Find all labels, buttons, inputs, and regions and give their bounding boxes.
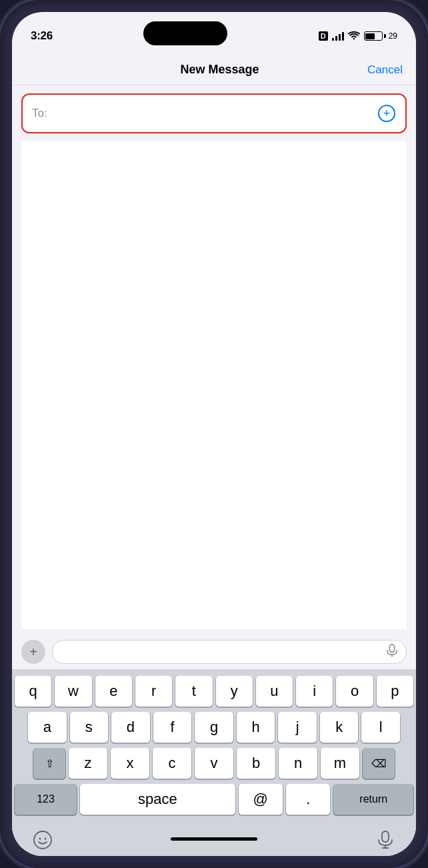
key-s[interactable]: s (70, 712, 109, 743)
key-n[interactable]: n (279, 748, 317, 779)
status-icons: D 29 (318, 31, 397, 41)
add-contact-icon: + (378, 105, 395, 122)
key-i[interactable]: i (296, 676, 333, 707)
svg-point-2 (34, 831, 51, 849)
key-k[interactable]: k (320, 712, 359, 743)
key-t[interactable]: t (175, 676, 212, 707)
wifi-icon (348, 31, 360, 41)
key-b[interactable]: b (237, 748, 275, 779)
key-j[interactable]: j (278, 712, 317, 743)
dynamic-island (143, 21, 227, 45)
status-time: 3:26 (31, 29, 53, 43)
attachments-button[interactable]: + (21, 640, 45, 664)
key-h[interactable]: h (237, 712, 275, 743)
key-v[interactable]: v (195, 748, 233, 779)
mic-icon (386, 644, 398, 660)
phone-frame: 3:26 D (0, 0, 428, 868)
key-x[interactable]: x (111, 748, 149, 779)
key-l[interactable]: l (361, 712, 400, 743)
key-p[interactable]: p (377, 676, 413, 707)
numbers-key[interactable]: 123 (15, 784, 77, 815)
bottom-bar (12, 823, 416, 856)
add-contact-button[interactable]: + (377, 104, 396, 123)
svg-rect-5 (382, 831, 389, 842)
data-icon: D (319, 31, 328, 41)
delete-key[interactable]: ⌫ (363, 748, 395, 779)
key-q[interactable]: q (15, 676, 51, 707)
keyboard: q w e r t y u i o p a s d f g (12, 669, 416, 823)
key-c[interactable]: c (153, 748, 191, 779)
space-key[interactable]: space (80, 784, 235, 815)
message-text-field[interactable] (52, 640, 407, 664)
key-o[interactable]: o (336, 676, 373, 707)
period-key[interactable]: . (286, 784, 330, 815)
key-e[interactable]: e (95, 676, 132, 707)
status-bar: 3:26 D (12, 12, 416, 55)
battery-level: 29 (389, 31, 397, 41)
home-indicator (171, 837, 257, 841)
key-a[interactable]: a (28, 712, 67, 743)
key-m[interactable]: m (321, 748, 359, 779)
return-key[interactable]: return (333, 784, 413, 815)
key-g[interactable]: g (195, 712, 233, 743)
cancel-button[interactable]: Cancel (367, 63, 403, 77)
keyboard-row-4: 123 space @ . return (15, 784, 413, 815)
key-r[interactable]: r (135, 676, 172, 707)
keyboard-row-3: ⇧ z x c v b n m ⌫ (15, 748, 413, 779)
key-y[interactable]: y (216, 676, 253, 707)
shift-key[interactable]: ⇧ (33, 748, 65, 779)
message-input-area: + (12, 634, 416, 669)
emoji-button[interactable] (31, 828, 55, 852)
to-field-container[interactable]: To: + (21, 93, 407, 133)
nav-header: New Message Cancel (12, 55, 416, 85)
message-body-area (21, 141, 407, 629)
key-u[interactable]: u (256, 676, 293, 707)
svg-rect-0 (389, 644, 394, 653)
key-w[interactable]: w (55, 676, 91, 707)
phone-screen: 3:26 D (12, 12, 416, 856)
svg-point-3 (39, 838, 41, 840)
to-label: To: (32, 107, 47, 120)
svg-point-4 (45, 838, 47, 840)
mic-button[interactable] (373, 828, 397, 852)
keyboard-row-2: a s d f g h j k l (15, 712, 413, 743)
battery-icon: 29 (364, 31, 397, 41)
compose-title: New Message (181, 63, 259, 77)
signal-bars-icon (332, 31, 344, 41)
key-d[interactable]: d (111, 712, 150, 743)
key-f[interactable]: f (153, 712, 192, 743)
keyboard-row-1: q w e r t y u i o p (15, 676, 413, 707)
key-z[interactable]: z (69, 748, 107, 779)
at-key[interactable]: @ (239, 784, 283, 815)
